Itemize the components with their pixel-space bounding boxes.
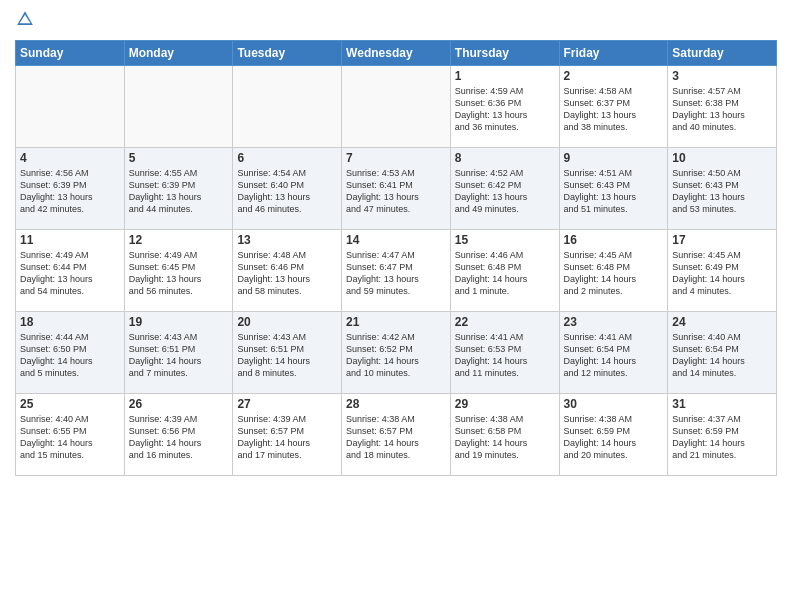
day-number: 1 xyxy=(455,69,555,83)
calendar-week-3: 11Sunrise: 4:49 AM Sunset: 6:44 PM Dayli… xyxy=(16,230,777,312)
day-number: 9 xyxy=(564,151,664,165)
day-number: 20 xyxy=(237,315,337,329)
day-number: 25 xyxy=(20,397,120,411)
calendar-cell xyxy=(342,66,451,148)
day-number: 14 xyxy=(346,233,446,247)
calendar-cell: 13Sunrise: 4:48 AM Sunset: 6:46 PM Dayli… xyxy=(233,230,342,312)
day-number: 19 xyxy=(129,315,229,329)
day-number: 11 xyxy=(20,233,120,247)
calendar-cell: 21Sunrise: 4:42 AM Sunset: 6:52 PM Dayli… xyxy=(342,312,451,394)
calendar-cell: 23Sunrise: 4:41 AM Sunset: 6:54 PM Dayli… xyxy=(559,312,668,394)
calendar-cell: 1Sunrise: 4:59 AM Sunset: 6:36 PM Daylig… xyxy=(450,66,559,148)
calendar-cell: 28Sunrise: 4:38 AM Sunset: 6:57 PM Dayli… xyxy=(342,394,451,476)
day-info: Sunrise: 4:57 AM Sunset: 6:38 PM Dayligh… xyxy=(672,85,772,134)
calendar-cell: 6Sunrise: 4:54 AM Sunset: 6:40 PM Daylig… xyxy=(233,148,342,230)
calendar-cell: 5Sunrise: 4:55 AM Sunset: 6:39 PM Daylig… xyxy=(124,148,233,230)
calendar-week-5: 25Sunrise: 4:40 AM Sunset: 6:55 PM Dayli… xyxy=(16,394,777,476)
day-info: Sunrise: 4:47 AM Sunset: 6:47 PM Dayligh… xyxy=(346,249,446,298)
calendar-cell xyxy=(16,66,125,148)
day-number: 23 xyxy=(564,315,664,329)
day-number: 26 xyxy=(129,397,229,411)
day-number: 12 xyxy=(129,233,229,247)
day-info: Sunrise: 4:51 AM Sunset: 6:43 PM Dayligh… xyxy=(564,167,664,216)
day-number: 31 xyxy=(672,397,772,411)
day-info: Sunrise: 4:40 AM Sunset: 6:55 PM Dayligh… xyxy=(20,413,120,462)
day-number: 27 xyxy=(237,397,337,411)
day-info: Sunrise: 4:42 AM Sunset: 6:52 PM Dayligh… xyxy=(346,331,446,380)
day-info: Sunrise: 4:56 AM Sunset: 6:39 PM Dayligh… xyxy=(20,167,120,216)
day-number: 8 xyxy=(455,151,555,165)
calendar-cell: 7Sunrise: 4:53 AM Sunset: 6:41 PM Daylig… xyxy=(342,148,451,230)
calendar-cell: 17Sunrise: 4:45 AM Sunset: 6:49 PM Dayli… xyxy=(668,230,777,312)
calendar-cell: 19Sunrise: 4:43 AM Sunset: 6:51 PM Dayli… xyxy=(124,312,233,394)
day-info: Sunrise: 4:43 AM Sunset: 6:51 PM Dayligh… xyxy=(129,331,229,380)
calendar-cell: 31Sunrise: 4:37 AM Sunset: 6:59 PM Dayli… xyxy=(668,394,777,476)
logo xyxy=(15,10,38,32)
calendar-table: SundayMondayTuesdayWednesdayThursdayFrid… xyxy=(15,40,777,476)
day-info: Sunrise: 4:48 AM Sunset: 6:46 PM Dayligh… xyxy=(237,249,337,298)
day-info: Sunrise: 4:43 AM Sunset: 6:51 PM Dayligh… xyxy=(237,331,337,380)
calendar-cell: 29Sunrise: 4:38 AM Sunset: 6:58 PM Dayli… xyxy=(450,394,559,476)
calendar-cell: 24Sunrise: 4:40 AM Sunset: 6:54 PM Dayli… xyxy=(668,312,777,394)
day-info: Sunrise: 4:53 AM Sunset: 6:41 PM Dayligh… xyxy=(346,167,446,216)
day-number: 4 xyxy=(20,151,120,165)
calendar-header-friday: Friday xyxy=(559,41,668,66)
day-info: Sunrise: 4:38 AM Sunset: 6:58 PM Dayligh… xyxy=(455,413,555,462)
day-info: Sunrise: 4:37 AM Sunset: 6:59 PM Dayligh… xyxy=(672,413,772,462)
day-number: 17 xyxy=(672,233,772,247)
day-number: 7 xyxy=(346,151,446,165)
day-number: 13 xyxy=(237,233,337,247)
calendar-cell xyxy=(124,66,233,148)
calendar-week-1: 1Sunrise: 4:59 AM Sunset: 6:36 PM Daylig… xyxy=(16,66,777,148)
day-number: 18 xyxy=(20,315,120,329)
day-number: 24 xyxy=(672,315,772,329)
day-info: Sunrise: 4:41 AM Sunset: 6:54 PM Dayligh… xyxy=(564,331,664,380)
calendar-cell: 15Sunrise: 4:46 AM Sunset: 6:48 PM Dayli… xyxy=(450,230,559,312)
day-number: 10 xyxy=(672,151,772,165)
calendar-cell: 20Sunrise: 4:43 AM Sunset: 6:51 PM Dayli… xyxy=(233,312,342,394)
day-number: 28 xyxy=(346,397,446,411)
day-info: Sunrise: 4:55 AM Sunset: 6:39 PM Dayligh… xyxy=(129,167,229,216)
day-info: Sunrise: 4:58 AM Sunset: 6:37 PM Dayligh… xyxy=(564,85,664,134)
calendar-cell: 8Sunrise: 4:52 AM Sunset: 6:42 PM Daylig… xyxy=(450,148,559,230)
day-info: Sunrise: 4:49 AM Sunset: 6:44 PM Dayligh… xyxy=(20,249,120,298)
calendar-header-thursday: Thursday xyxy=(450,41,559,66)
day-number: 21 xyxy=(346,315,446,329)
calendar-cell: 2Sunrise: 4:58 AM Sunset: 6:37 PM Daylig… xyxy=(559,66,668,148)
calendar-cell: 26Sunrise: 4:39 AM Sunset: 6:56 PM Dayli… xyxy=(124,394,233,476)
day-number: 3 xyxy=(672,69,772,83)
day-info: Sunrise: 4:38 AM Sunset: 6:59 PM Dayligh… xyxy=(564,413,664,462)
day-info: Sunrise: 4:46 AM Sunset: 6:48 PM Dayligh… xyxy=(455,249,555,298)
calendar-header-sunday: Sunday xyxy=(16,41,125,66)
day-info: Sunrise: 4:39 AM Sunset: 6:57 PM Dayligh… xyxy=(237,413,337,462)
calendar-header-saturday: Saturday xyxy=(668,41,777,66)
day-number: 5 xyxy=(129,151,229,165)
day-number: 16 xyxy=(564,233,664,247)
day-info: Sunrise: 4:41 AM Sunset: 6:53 PM Dayligh… xyxy=(455,331,555,380)
day-info: Sunrise: 4:52 AM Sunset: 6:42 PM Dayligh… xyxy=(455,167,555,216)
calendar-cell: 18Sunrise: 4:44 AM Sunset: 6:50 PM Dayli… xyxy=(16,312,125,394)
calendar-cell: 9Sunrise: 4:51 AM Sunset: 6:43 PM Daylig… xyxy=(559,148,668,230)
calendar-cell xyxy=(233,66,342,148)
calendar-week-4: 18Sunrise: 4:44 AM Sunset: 6:50 PM Dayli… xyxy=(16,312,777,394)
day-info: Sunrise: 4:38 AM Sunset: 6:57 PM Dayligh… xyxy=(346,413,446,462)
calendar-cell: 4Sunrise: 4:56 AM Sunset: 6:39 PM Daylig… xyxy=(16,148,125,230)
calendar-cell: 3Sunrise: 4:57 AM Sunset: 6:38 PM Daylig… xyxy=(668,66,777,148)
day-info: Sunrise: 4:39 AM Sunset: 6:56 PM Dayligh… xyxy=(129,413,229,462)
day-number: 30 xyxy=(564,397,664,411)
day-number: 29 xyxy=(455,397,555,411)
day-info: Sunrise: 4:45 AM Sunset: 6:49 PM Dayligh… xyxy=(672,249,772,298)
day-number: 2 xyxy=(564,69,664,83)
day-info: Sunrise: 4:50 AM Sunset: 6:43 PM Dayligh… xyxy=(672,167,772,216)
day-number: 6 xyxy=(237,151,337,165)
day-info: Sunrise: 4:40 AM Sunset: 6:54 PM Dayligh… xyxy=(672,331,772,380)
calendar-header-wednesday: Wednesday xyxy=(342,41,451,66)
day-info: Sunrise: 4:49 AM Sunset: 6:45 PM Dayligh… xyxy=(129,249,229,298)
day-number: 15 xyxy=(455,233,555,247)
calendar-cell: 25Sunrise: 4:40 AM Sunset: 6:55 PM Dayli… xyxy=(16,394,125,476)
day-info: Sunrise: 4:45 AM Sunset: 6:48 PM Dayligh… xyxy=(564,249,664,298)
day-info: Sunrise: 4:54 AM Sunset: 6:40 PM Dayligh… xyxy=(237,167,337,216)
calendar-cell: 14Sunrise: 4:47 AM Sunset: 6:47 PM Dayli… xyxy=(342,230,451,312)
logo-icon xyxy=(16,10,34,28)
calendar-cell: 12Sunrise: 4:49 AM Sunset: 6:45 PM Dayli… xyxy=(124,230,233,312)
